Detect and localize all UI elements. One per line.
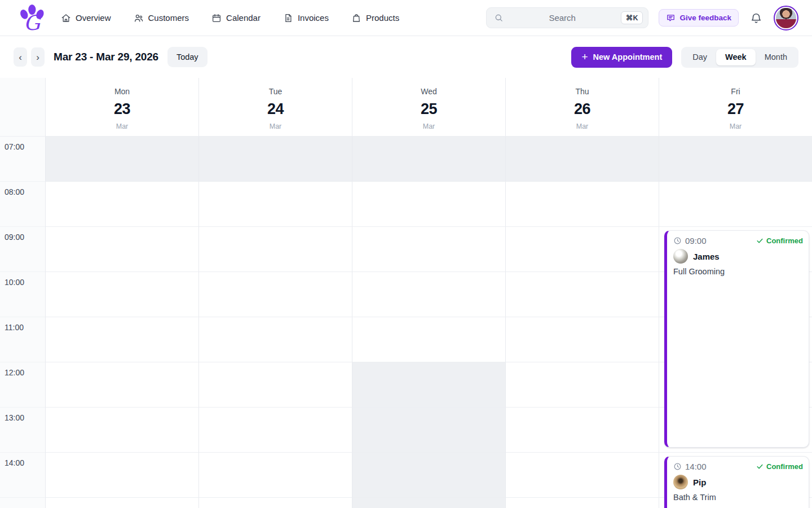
plus-icon: + (581, 51, 588, 62)
brand-logo[interactable]: G (17, 4, 46, 32)
day-name: Tue (199, 87, 352, 96)
hour-row-0800: 08:00 (0, 182, 812, 227)
time-label: 13:00 (0, 408, 45, 453)
grid-cell-wed-1500[interactable] (352, 498, 505, 508)
day-number: 26 (506, 102, 659, 117)
grid-cell-mon-1400[interactable] (45, 453, 198, 498)
status-text: Confirmed (766, 237, 803, 245)
grid-cell-thu-1100[interactable] (505, 317, 659, 362)
grid-cell-wed-0800[interactable] (352, 182, 505, 227)
grid-cell-mon-1200[interactable] (45, 362, 198, 408)
new-appointment-button[interactable]: + New Appointment (571, 47, 672, 68)
grid-cell-thu-1400[interactable] (505, 453, 659, 498)
grid-cell-wed-1100[interactable] (352, 317, 505, 362)
view-switcher: Day Week Month (681, 47, 798, 68)
nav-item-label: Invoices (298, 13, 329, 23)
grid-cell-thu-1500[interactable] (505, 498, 659, 508)
day-header-thu[interactable]: Thu 26 Mar (505, 78, 659, 136)
today-button[interactable]: Today (167, 47, 208, 67)
grid-cell-thu-0900[interactable] (505, 227, 659, 272)
day-header-mon[interactable]: Mon 23 Mar (45, 78, 198, 136)
grid-cell-tue-1400[interactable] (198, 453, 352, 498)
notifications-bell-button[interactable] (749, 11, 764, 25)
grid-cell-thu-1300[interactable] (505, 408, 659, 453)
appointment-card-james[interactable]: 09:00 Confirmed James Full Grooming (664, 230, 809, 448)
grid-cell-fri-0800[interactable] (659, 182, 812, 227)
grid-cell-wed-0700[interactable] (352, 137, 505, 182)
grid-cell-thu-0700[interactable] (505, 137, 659, 182)
calendar-icon (211, 13, 222, 23)
grid-cell-mon-0700[interactable] (45, 137, 198, 182)
day-number: 27 (659, 102, 812, 117)
new-appointment-label: New Appointment (593, 52, 663, 62)
search-input[interactable]: Search ⌘K (486, 7, 648, 28)
users-icon (134, 13, 144, 23)
user-avatar[interactable] (774, 6, 798, 30)
time-gutter-header (0, 78, 45, 136)
grid-cell-wed-1300[interactable] (352, 408, 505, 453)
day-header-tue[interactable]: Tue 24 Mar (198, 78, 352, 136)
grid-cell-thu-0800[interactable] (505, 182, 659, 227)
appointment-time-text: 09:00 (685, 236, 707, 246)
time-label: 08:00 (0, 182, 45, 227)
grid-cell-mon-0800[interactable] (45, 182, 198, 227)
grid-cell-mon-1500[interactable] (45, 498, 198, 508)
grid-cell-wed-1200[interactable] (352, 362, 505, 408)
bell-icon (750, 12, 762, 24)
grid-cell-mon-0900[interactable] (45, 227, 198, 272)
grid-cell-tue-1100[interactable] (198, 317, 352, 362)
grid-cell-tue-1500[interactable] (198, 498, 352, 508)
view-week-button[interactable]: Week (716, 49, 756, 65)
grid-cell-thu-1000[interactable] (505, 272, 659, 317)
nav-item-label: Customers (148, 13, 189, 23)
pet-name: Pip (693, 478, 706, 487)
time-label: 11:00 (0, 317, 45, 362)
grid-cell-tue-0800[interactable] (198, 182, 352, 227)
time-label: 12:00 (0, 362, 45, 408)
view-day-button[interactable]: Day (683, 49, 716, 65)
app-root: G Overview Customers Calen (0, 0, 812, 508)
nav-item-calendar[interactable]: Calendar (211, 13, 261, 23)
appointment-time-text: 14:00 (685, 462, 707, 471)
nav-item-products[interactable]: Products (351, 13, 399, 23)
grid-cell-wed-1000[interactable] (352, 272, 505, 317)
service-name: Bath & Trim (673, 493, 803, 502)
grid-cell-mon-1100[interactable] (45, 317, 198, 362)
nav-item-label: Products (366, 13, 399, 23)
appointment-card-pip[interactable]: 14:00 Confirmed Pip Bath & Trim (664, 456, 809, 508)
give-feedback-button[interactable]: Give feedback (659, 9, 739, 27)
day-header-fri[interactable]: Fri 27 Mar (659, 78, 812, 136)
day-header-row: Mon 23 Mar Tue 24 Mar Wed 25 Mar Thu 26 … (0, 78, 812, 137)
day-month: Mar (506, 122, 659, 130)
chevron-left-icon: ‹ (19, 52, 22, 63)
nav-item-invoices[interactable]: Invoices (283, 13, 329, 23)
nav-item-overview[interactable]: Overview (61, 13, 111, 23)
appointment-customer: Pip (673, 475, 803, 489)
prev-week-button[interactable]: ‹ (14, 47, 27, 67)
time-label: 14:00 (0, 453, 45, 498)
nav-item-customers[interactable]: Customers (134, 13, 189, 23)
day-header-wed[interactable]: Wed 25 Mar (352, 78, 505, 136)
clock-icon (673, 237, 682, 245)
grid-cell-thu-1200[interactable] (505, 362, 659, 408)
top-navbar: G Overview Customers Calen (0, 0, 812, 36)
grid-cell-tue-0700[interactable] (198, 137, 352, 182)
grid-cell-wed-0900[interactable] (352, 227, 505, 272)
invoice-icon (283, 13, 293, 23)
grid-cell-tue-1200[interactable] (198, 362, 352, 408)
grid-cell-mon-1300[interactable] (45, 408, 198, 453)
grid-cell-mon-1000[interactable] (45, 272, 198, 317)
feedback-chat-icon (666, 13, 676, 23)
time-label: 10:00 (0, 272, 45, 317)
grid-cell-tue-1000[interactable] (198, 272, 352, 317)
view-month-button[interactable]: Month (756, 49, 796, 65)
day-name: Wed (352, 87, 505, 96)
next-week-button[interactable]: › (31, 47, 45, 67)
grid-cell-wed-1400[interactable] (352, 453, 505, 498)
appointment-time: 14:00 (673, 462, 707, 471)
time-gutter-partial (0, 498, 45, 508)
grid-cell-fri-0700[interactable] (659, 137, 812, 182)
grid-cell-tue-1300[interactable] (198, 408, 352, 453)
grid-cell-tue-0900[interactable] (198, 227, 352, 272)
day-number: 23 (46, 102, 198, 117)
